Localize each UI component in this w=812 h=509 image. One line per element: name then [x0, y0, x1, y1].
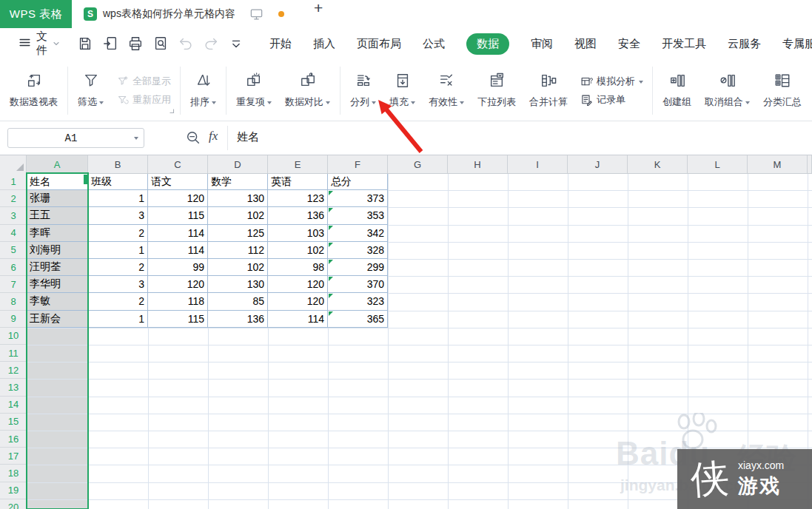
row-header-16[interactable]: 16: [0, 431, 27, 448]
cell-E2[interactable]: 123: [268, 190, 328, 207]
cell-D3[interactable]: 102: [208, 207, 268, 224]
cell-F8[interactable]: 323: [328, 293, 388, 310]
cell-D8[interactable]: 85: [208, 293, 268, 310]
cell-C7[interactable]: 120: [148, 276, 208, 293]
menu-tab[interactable]: 公式: [423, 37, 445, 51]
row-header-1[interactable]: 1: [0, 173, 27, 190]
cell-A5[interactable]: 刘海明: [27, 242, 88, 259]
cell-F4[interactable]: 342: [328, 225, 388, 242]
cell-B7[interactable]: 3: [88, 276, 148, 293]
menu-tab[interactable]: 审阅: [531, 37, 553, 51]
column-header-G[interactable]: G: [388, 155, 448, 173]
cell-C6[interactable]: 99: [148, 259, 208, 276]
column-header-F[interactable]: F: [328, 155, 388, 173]
row-header-3[interactable]: 3: [0, 207, 27, 224]
menu-tab[interactable]: 云服务: [728, 37, 761, 51]
row-header-4[interactable]: 4: [0, 225, 27, 242]
ribbon-button[interactable]: 分类汇总: [756, 64, 808, 118]
print-preview-icon[interactable]: [151, 34, 170, 53]
cell-C5[interactable]: 114: [148, 242, 208, 259]
cell-D6[interactable]: 102: [208, 259, 268, 276]
cell-F7[interactable]: 370: [328, 276, 388, 293]
cell-F2[interactable]: 373: [328, 190, 388, 207]
ribbon-button[interactable]: 排序: [184, 64, 223, 118]
cell-B1[interactable]: 班级: [88, 173, 148, 190]
ribbon-button[interactable]: 创建组: [656, 64, 698, 118]
menu-tab[interactable]: 页面布局: [357, 37, 401, 51]
menu-tab[interactable]: 视图: [574, 37, 597, 51]
menu-tab[interactable]: 专属服务通: [782, 37, 812, 51]
column-header-K[interactable]: K: [628, 155, 688, 173]
formula-input[interactable]: 姓名: [237, 130, 259, 144]
row-header-18[interactable]: 18: [0, 465, 27, 482]
cell-E5[interactable]: 102: [268, 242, 328, 259]
fill-handle[interactable]: [84, 175, 87, 184]
new-tab-button[interactable]: +: [314, 0, 323, 28]
cell-A1[interactable]: 姓名: [27, 173, 88, 190]
ribbon-button[interactable]: 下拉列表: [471, 64, 523, 118]
cell-B8[interactable]: 2: [88, 293, 148, 310]
select-all-corner[interactable]: [0, 155, 27, 173]
row-header-8[interactable]: 8: [0, 293, 27, 310]
cell-F5[interactable]: 328: [328, 242, 388, 259]
row-header-14[interactable]: 14: [0, 397, 27, 414]
cell-C9[interactable]: 115: [148, 311, 208, 328]
column-header-B[interactable]: B: [88, 155, 148, 173]
menu-tab[interactable]: 插入: [313, 37, 335, 51]
save-icon[interactable]: [76, 34, 95, 53]
cell-E9[interactable]: 114: [268, 311, 328, 328]
cell-C2[interactable]: 120: [148, 190, 208, 207]
column-header-H[interactable]: H: [448, 155, 508, 173]
cell-A6[interactable]: 汪明荃: [27, 259, 88, 276]
row-header-13[interactable]: 13: [0, 379, 27, 396]
cell-A2[interactable]: 张珊: [27, 190, 88, 207]
ribbon-button[interactable]: 取消组合: [698, 64, 756, 118]
row-header-5[interactable]: 5: [0, 242, 27, 259]
row-header-20[interactable]: 20: [0, 499, 27, 509]
export-icon[interactable]: [101, 34, 120, 53]
wps-app-button[interactable]: WPS 表格: [0, 0, 72, 28]
ribbon-button[interactable]: 合并计算: [523, 64, 574, 118]
zoom-minus-icon[interactable]: [185, 129, 201, 149]
column-header-E[interactable]: E: [268, 155, 328, 173]
column-header-partial[interactable]: [808, 155, 812, 173]
ribbon-button[interactable]: 筛选: [71, 64, 110, 118]
cell-E8[interactable]: 120: [268, 293, 328, 310]
cell-F6[interactable]: 299: [328, 259, 388, 276]
menu-tab[interactable]: 开始: [269, 37, 292, 51]
cell-C4[interactable]: 114: [148, 225, 208, 242]
row-header-12[interactable]: 12: [0, 362, 27, 379]
cell-E4[interactable]: 103: [268, 225, 328, 242]
column-header-A[interactable]: A: [27, 155, 88, 173]
cell-B2[interactable]: 1: [88, 190, 148, 207]
cell-E1[interactable]: 英语: [268, 173, 328, 190]
row-header-10[interactable]: 10: [0, 328, 27, 345]
fx-icon[interactable]: fx: [209, 129, 218, 144]
row-header-7[interactable]: 7: [0, 276, 27, 293]
cell-E7[interactable]: 120: [268, 276, 328, 293]
ribbon-button[interactable]: 数据对比: [278, 64, 337, 118]
cell-A4[interactable]: 李晖: [27, 225, 88, 242]
document-tab[interactable]: S wps表格如何拆分单元格内容: [72, 0, 295, 28]
cell-D5[interactable]: 112: [208, 242, 268, 259]
cell-B5[interactable]: 1: [88, 242, 148, 259]
column-header-M[interactable]: M: [748, 155, 808, 173]
cell-B6[interactable]: 2: [88, 259, 148, 276]
file-menu[interactable]: 文件: [0, 30, 68, 58]
ribbon-button[interactable]: 分列: [343, 64, 383, 118]
column-header-J[interactable]: J: [568, 155, 628, 173]
ribbon-button[interactable]: 模拟分析: [580, 75, 643, 88]
menu-tab[interactable]: 数据: [466, 33, 509, 55]
column-header-I[interactable]: I: [508, 155, 568, 173]
print-icon[interactable]: [126, 34, 145, 53]
ribbon-button[interactable]: 记录单: [580, 93, 643, 107]
cell-F1[interactable]: 总分: [328, 173, 388, 190]
cell-F3[interactable]: 353: [328, 207, 388, 224]
cell-B4[interactable]: 2: [88, 225, 148, 242]
column-header-L[interactable]: L: [688, 155, 748, 173]
cell-D7[interactable]: 130: [208, 276, 268, 293]
row-header-2[interactable]: 2: [0, 190, 27, 207]
cell-D2[interactable]: 130: [208, 190, 268, 207]
cell-A8[interactable]: 李敏: [27, 293, 88, 310]
cell-A9[interactable]: 王新会: [27, 311, 88, 328]
